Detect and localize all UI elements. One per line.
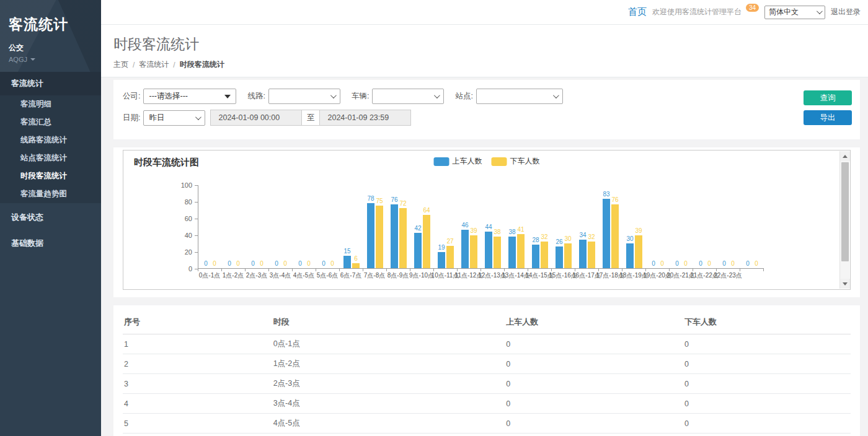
sidebar-item-线路客流统计[interactable]: 线路客流统计 <box>0 131 101 149</box>
bar-value-label: 0 <box>322 260 326 267</box>
legend-item-下车人数[interactable]: 下车人数 <box>492 156 540 167</box>
home-link[interactable]: 首页 <box>628 6 647 18</box>
page-heading: 时段客流统计 主页 / 客流统计 / 时段客流统计 <box>101 25 868 77</box>
sidebar-item-时段客流统计[interactable]: 时段客流统计 <box>0 167 101 185</box>
bar-value-label: 28 <box>532 237 539 243</box>
chart-category-16点-17点: 3432 <box>575 185 599 268</box>
table-cell: 2点-3点 <box>272 374 505 394</box>
y-axis-tick <box>195 235 198 236</box>
bar-group: 15 <box>343 248 351 268</box>
bar-group: 39 <box>635 227 642 268</box>
chart-bar <box>438 252 445 268</box>
legend-item-上车人数[interactable]: 上车人数 <box>434 156 482 167</box>
x-axis-label-cell: 8点-9点 <box>386 271 410 280</box>
chevron-down-icon <box>434 92 440 98</box>
chart-category-3点-4点: 00 <box>269 185 293 268</box>
table-cell: 1点-2点 <box>272 354 505 374</box>
sidebar-item-客流汇总[interactable]: 客流汇总 <box>0 113 101 131</box>
table-cell: 0 <box>505 394 683 414</box>
station-select[interactable] <box>476 89 563 104</box>
chart-category-4点-5点: 00 <box>293 185 316 268</box>
breadcrumb-parent[interactable]: 客流统计 <box>139 59 169 70</box>
y-axis-label: 40 <box>171 232 192 239</box>
bar-value-label: 64 <box>423 207 430 214</box>
x-axis-label-cell: 13点-14点 <box>504 271 528 280</box>
y-axis-tick <box>195 202 198 203</box>
page-title: 时段客流统计 <box>113 35 868 54</box>
sidebar-item-基础数据[interactable]: 基础数据 <box>0 232 101 255</box>
bar-value-label: 15 <box>343 248 350 255</box>
x-axis-label-cell: 12点-13点 <box>480 271 504 280</box>
bar-value-label: 83 <box>603 191 609 198</box>
scrollbar-up-arrow[interactable] <box>840 151 850 161</box>
bar-group: 72 <box>399 200 407 268</box>
x-axis-label-cell: 6点-7点 <box>339 271 363 280</box>
chart-category-9点-10点: 4264 <box>410 185 434 268</box>
sidebar-item-客流量趋势图[interactable]: 客流量趋势图 <box>0 185 101 203</box>
language-select[interactable]: 简体中文 <box>764 6 825 19</box>
bar-value-label: 0 <box>330 260 334 267</box>
query-button[interactable]: 查询 <box>804 90 852 105</box>
line-select[interactable] <box>268 89 340 104</box>
time-period-table: 序号 时段 上车人数 下车人数 10点-1点0021点-2点0032点-3点00… <box>123 310 851 436</box>
table-cell: 0 <box>683 394 851 414</box>
date-label: 日期: <box>123 113 140 123</box>
date-start-input[interactable]: 2024-01-09 00:00 <box>210 110 302 126</box>
bar-group: 26 <box>556 238 563 268</box>
vehicle-select[interactable] <box>372 89 444 104</box>
legend-label: 上车人数 <box>453 156 482 167</box>
topbar: 首页 欢迎使用客流统计管理平台 34 简体中文 退出登录 <box>101 0 868 25</box>
bar-value-label: 42 <box>414 225 421 232</box>
col-header-boarding: 上车人数 <box>505 310 683 334</box>
y-axis-label: 100 <box>171 181 192 189</box>
table-cell: 0 <box>505 434 683 436</box>
table-cell: 6 <box>123 434 272 436</box>
bar-group: 0 <box>697 260 704 268</box>
bar-group: 42 <box>414 225 422 268</box>
chart-bar <box>343 256 351 268</box>
app-title: 客流统计 <box>9 15 101 34</box>
chart-category-10点-11点: 1927 <box>434 185 458 268</box>
table-cell: 0 <box>683 434 851 436</box>
company-select[interactable]: ---请选择--- <box>143 89 236 104</box>
date-preset-select[interactable]: 昨日 <box>143 110 205 126</box>
sidebar-item-passenger-stats[interactable]: 客流统计 <box>0 72 101 95</box>
notification-badge[interactable]: 34 <box>746 4 759 12</box>
scrollbar-down-arrow[interactable] <box>840 279 850 289</box>
chart-category-2点-3点: 00 <box>246 185 269 268</box>
chart-vertical-scrollbar[interactable] <box>839 151 849 289</box>
sidebar-item-设备状态[interactable]: 设备状态 <box>0 206 101 229</box>
x-axis-label-cell: 9点-10点 <box>410 271 433 280</box>
date-end-input[interactable]: 2024-01-09 23:59 <box>319 110 411 126</box>
col-header-period: 时段 <box>272 310 505 334</box>
x-axis-label-cell: 15点-16点 <box>551 271 575 280</box>
bar-value-label: 0 <box>722 260 726 267</box>
sidebar-item-客流明细[interactable]: 客流明细 <box>0 95 101 113</box>
bar-value-label: 76 <box>391 196 397 203</box>
x-axis-label-cell: 18点-19点 <box>622 271 645 280</box>
chart-bar <box>556 246 563 268</box>
breadcrumb-home[interactable]: 主页 <box>113 59 128 70</box>
chart-legend: 上车人数下车人数 <box>434 156 540 167</box>
y-axis-label: 0 <box>171 265 192 272</box>
user-menu[interactable]: AQGJ <box>9 56 101 63</box>
table-cell: 0 <box>683 334 851 354</box>
bar-group: 75 <box>376 198 383 268</box>
chart-plot-area: 0000000000001567875767242641927463944383… <box>198 185 764 280</box>
y-axis-label: 60 <box>171 215 192 222</box>
table-cell: 3 <box>123 374 272 394</box>
scrollbar-thumb[interactable] <box>841 162 849 261</box>
chart-panel: 时段车流统计图 上车人数下车人数 00000000000015678757672… <box>113 147 860 297</box>
table-cell: 5 <box>123 414 272 434</box>
language-value: 简体中文 <box>769 7 799 17</box>
bar-value-label: 26 <box>556 238 562 245</box>
table-row: 10点-1点00 <box>123 334 851 354</box>
table-cell: 0点-1点 <box>272 334 505 354</box>
x-axis-label-cell: 2点-3点 <box>245 271 268 280</box>
logout-link[interactable]: 退出登录 <box>831 7 861 17</box>
legend-swatch <box>434 157 450 166</box>
filter-row-date: 日期: 昨日 2024-01-09 00:00 至 2024-01-09 23:… <box>123 110 792 126</box>
bar-group: 0 <box>258 260 265 268</box>
export-button[interactable]: 导出 <box>804 110 852 125</box>
sidebar-item-站点客流统计[interactable]: 站点客流统计 <box>0 149 101 167</box>
